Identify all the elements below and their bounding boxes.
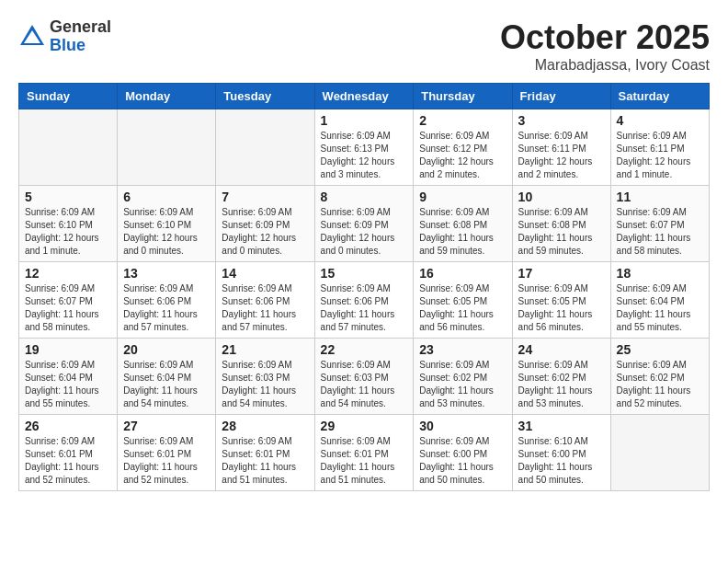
day-info: Sunrise: 6:09 AM Sunset: 6:07 PM Dayligh… [25, 282, 111, 334]
day-info: Sunrise: 6:09 AM Sunset: 6:13 PM Dayligh… [321, 130, 408, 181]
day-number: 1 [321, 113, 408, 128]
day-number: 4 [617, 113, 703, 128]
calendar-cell: 2Sunrise: 6:09 AM Sunset: 6:12 PM Daylig… [414, 109, 512, 186]
calendar-cell: 27Sunrise: 6:09 AM Sunset: 6:01 PM Dayli… [118, 415, 216, 491]
day-number: 16 [419, 266, 506, 281]
day-number: 12 [25, 266, 111, 281]
day-number: 9 [419, 190, 506, 204]
weekday-header: Sunday [19, 84, 118, 109]
calendar-week-row: 1Sunrise: 6:09 AM Sunset: 6:13 PM Daylig… [19, 109, 710, 186]
calendar-cell [19, 109, 118, 186]
day-number: 15 [321, 266, 408, 281]
day-info: Sunrise: 6:09 AM Sunset: 6:04 PM Dayligh… [25, 359, 111, 410]
day-number: 25 [617, 342, 703, 357]
calendar-cell: 26Sunrise: 6:09 AM Sunset: 6:01 PM Dayli… [19, 415, 118, 491]
weekday-header: Friday [512, 84, 610, 109]
calendar-week-row: 12Sunrise: 6:09 AM Sunset: 6:07 PM Dayli… [19, 262, 710, 339]
day-number: 29 [321, 419, 408, 433]
day-info: Sunrise: 6:10 AM Sunset: 6:00 PM Dayligh… [518, 435, 605, 487]
day-info: Sunrise: 6:09 AM Sunset: 6:11 PM Dayligh… [617, 130, 703, 181]
day-info: Sunrise: 6:09 AM Sunset: 6:01 PM Dayligh… [321, 435, 408, 487]
day-number: 27 [123, 419, 210, 433]
calendar-cell: 17Sunrise: 6:09 AM Sunset: 6:05 PM Dayli… [512, 262, 610, 339]
day-number: 2 [419, 113, 506, 128]
calendar-cell: 12Sunrise: 6:09 AM Sunset: 6:07 PM Dayli… [19, 262, 118, 339]
day-number: 8 [321, 190, 408, 204]
day-info: Sunrise: 6:09 AM Sunset: 6:04 PM Dayligh… [617, 282, 703, 334]
logo-blue: Blue [50, 37, 111, 55]
calendar-cell: 7Sunrise: 6:09 AM Sunset: 6:09 PM Daylig… [216, 186, 314, 262]
month-title: October 2025 [500, 18, 710, 57]
calendar-cell [216, 109, 314, 186]
weekday-header: Wednesday [314, 84, 414, 109]
calendar-cell: 19Sunrise: 6:09 AM Sunset: 6:04 PM Dayli… [19, 339, 118, 415]
calendar-cell: 8Sunrise: 6:09 AM Sunset: 6:09 PM Daylig… [314, 186, 414, 262]
calendar-cell: 11Sunrise: 6:09 AM Sunset: 6:07 PM Dayli… [610, 186, 709, 262]
day-info: Sunrise: 6:09 AM Sunset: 6:06 PM Dayligh… [222, 282, 308, 334]
day-info: Sunrise: 6:09 AM Sunset: 6:04 PM Dayligh… [123, 359, 210, 410]
weekday-header: Tuesday [216, 84, 314, 109]
day-info: Sunrise: 6:09 AM Sunset: 6:12 PM Dayligh… [419, 130, 506, 181]
logo: General Blue [18, 18, 111, 55]
calendar-cell: 18Sunrise: 6:09 AM Sunset: 6:04 PM Dayli… [610, 262, 709, 339]
day-number: 18 [617, 266, 703, 281]
calendar-cell: 25Sunrise: 6:09 AM Sunset: 6:02 PM Dayli… [610, 339, 709, 415]
day-info: Sunrise: 6:09 AM Sunset: 6:10 PM Dayligh… [25, 206, 111, 258]
calendar-cell: 30Sunrise: 6:09 AM Sunset: 6:00 PM Dayli… [414, 415, 512, 491]
day-info: Sunrise: 6:09 AM Sunset: 6:10 PM Dayligh… [123, 206, 210, 258]
weekday-header: Saturday [610, 84, 709, 109]
calendar-cell: 29Sunrise: 6:09 AM Sunset: 6:01 PM Dayli… [314, 415, 414, 491]
calendar-cell [118, 109, 216, 186]
day-number: 23 [419, 342, 506, 357]
day-info: Sunrise: 6:09 AM Sunset: 6:07 PM Dayligh… [617, 206, 703, 258]
calendar-cell: 6Sunrise: 6:09 AM Sunset: 6:10 PM Daylig… [118, 186, 216, 262]
day-info: Sunrise: 6:09 AM Sunset: 6:09 PM Dayligh… [222, 206, 308, 258]
calendar-cell [610, 415, 709, 491]
calendar-week-row: 5Sunrise: 6:09 AM Sunset: 6:10 PM Daylig… [19, 186, 710, 262]
day-number: 14 [222, 266, 308, 281]
day-info: Sunrise: 6:09 AM Sunset: 6:02 PM Dayligh… [518, 359, 605, 410]
day-info: Sunrise: 6:09 AM Sunset: 6:01 PM Dayligh… [123, 435, 210, 487]
day-number: 28 [222, 419, 308, 433]
day-info: Sunrise: 6:09 AM Sunset: 6:06 PM Dayligh… [123, 282, 210, 334]
page-header: General Blue October 2025 Marabadjassa, … [18, 18, 710, 74]
calendar-cell: 15Sunrise: 6:09 AM Sunset: 6:06 PM Dayli… [314, 262, 414, 339]
day-info: Sunrise: 6:09 AM Sunset: 6:08 PM Dayligh… [419, 206, 506, 258]
day-info: Sunrise: 6:09 AM Sunset: 6:05 PM Dayligh… [419, 282, 506, 334]
calendar-cell: 28Sunrise: 6:09 AM Sunset: 6:01 PM Dayli… [216, 415, 314, 491]
calendar-cell: 22Sunrise: 6:09 AM Sunset: 6:03 PM Dayli… [314, 339, 414, 415]
day-info: Sunrise: 6:09 AM Sunset: 6:02 PM Dayligh… [617, 359, 703, 410]
day-info: Sunrise: 6:09 AM Sunset: 6:02 PM Dayligh… [419, 359, 506, 410]
calendar-cell: 23Sunrise: 6:09 AM Sunset: 6:02 PM Dayli… [414, 339, 512, 415]
day-number: 6 [123, 190, 210, 204]
day-info: Sunrise: 6:09 AM Sunset: 6:05 PM Dayligh… [518, 282, 605, 334]
day-info: Sunrise: 6:09 AM Sunset: 6:09 PM Dayligh… [321, 206, 408, 258]
calendar-cell: 20Sunrise: 6:09 AM Sunset: 6:04 PM Dayli… [118, 339, 216, 415]
calendar-cell: 21Sunrise: 6:09 AM Sunset: 6:03 PM Dayli… [216, 339, 314, 415]
day-info: Sunrise: 6:09 AM Sunset: 6:03 PM Dayligh… [222, 359, 308, 410]
calendar-table: SundayMondayTuesdayWednesdayThursdayFrid… [18, 83, 710, 491]
day-number: 10 [518, 190, 605, 204]
calendar-cell: 10Sunrise: 6:09 AM Sunset: 6:08 PM Dayli… [512, 186, 610, 262]
day-number: 22 [321, 342, 408, 357]
day-info: Sunrise: 6:09 AM Sunset: 6:00 PM Dayligh… [419, 435, 506, 487]
day-info: Sunrise: 6:09 AM Sunset: 6:06 PM Dayligh… [321, 282, 408, 334]
location-subtitle: Marabadjassa, Ivory Coast [500, 57, 710, 74]
calendar-cell: 13Sunrise: 6:09 AM Sunset: 6:06 PM Dayli… [118, 262, 216, 339]
calendar-week-row: 26Sunrise: 6:09 AM Sunset: 6:01 PM Dayli… [19, 415, 710, 491]
calendar-cell: 1Sunrise: 6:09 AM Sunset: 6:13 PM Daylig… [314, 109, 414, 186]
calendar-cell: 5Sunrise: 6:09 AM Sunset: 6:10 PM Daylig… [19, 186, 118, 262]
calendar-cell: 16Sunrise: 6:09 AM Sunset: 6:05 PM Dayli… [414, 262, 512, 339]
title-block: October 2025 Marabadjassa, Ivory Coast [500, 18, 710, 74]
day-number: 21 [222, 342, 308, 357]
calendar-cell: 9Sunrise: 6:09 AM Sunset: 6:08 PM Daylig… [414, 186, 512, 262]
calendar-week-row: 19Sunrise: 6:09 AM Sunset: 6:04 PM Dayli… [19, 339, 710, 415]
calendar-cell: 4Sunrise: 6:09 AM Sunset: 6:11 PM Daylig… [610, 109, 709, 186]
day-number: 11 [617, 190, 703, 204]
day-info: Sunrise: 6:09 AM Sunset: 6:08 PM Dayligh… [518, 206, 605, 258]
day-number: 17 [518, 266, 605, 281]
calendar-cell: 3Sunrise: 6:09 AM Sunset: 6:11 PM Daylig… [512, 109, 610, 186]
weekday-header: Thursday [414, 84, 512, 109]
weekday-header: Monday [118, 84, 216, 109]
day-info: Sunrise: 6:09 AM Sunset: 6:01 PM Dayligh… [222, 435, 308, 487]
